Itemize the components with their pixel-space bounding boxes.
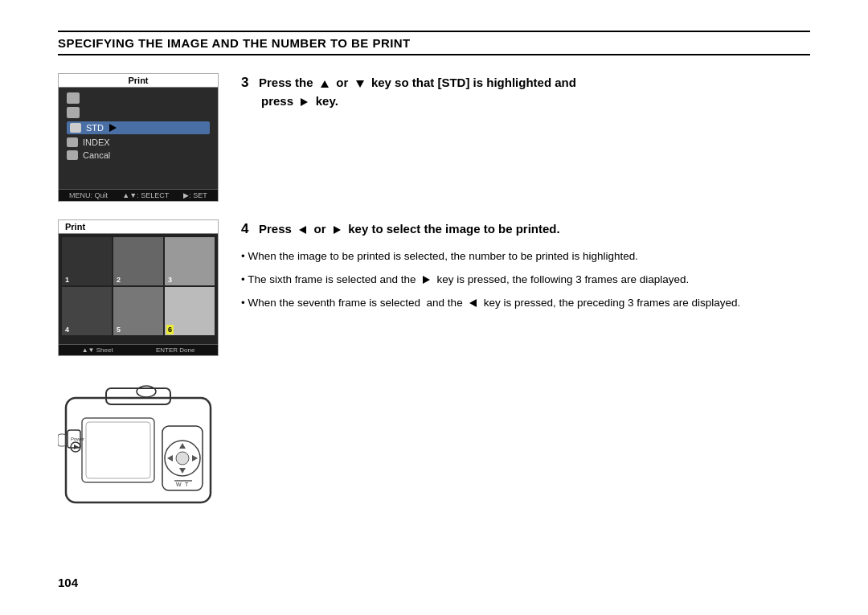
step3-num: 3 [241, 75, 248, 90]
bullet2: The sixth frame is selected and the key … [241, 272, 810, 289]
photo-num-1: 1 [63, 275, 71, 285]
svg-point-10 [176, 452, 189, 465]
bottom-enter: ENTER Done [156, 346, 194, 354]
step3-text: 3 Press the or key so that [STD] is high… [241, 73, 810, 113]
right-arrow-icon-step4 [334, 226, 341, 234]
step3-title: 3 Press the or key so that [STD] is high… [241, 73, 810, 109]
bottom-set: ▶: SET [183, 191, 207, 199]
bullet1: When the image to be printed is selected… [241, 248, 810, 265]
screen-mockup-step4: Print 1 2 3 4 5 6 [58, 219, 219, 356]
svg-marker-13 [167, 455, 173, 461]
left-arrow-icon [299, 226, 306, 234]
step3-or1: or [336, 76, 348, 89]
photo-cell-2: 2 [113, 237, 163, 285]
mag-icon [67, 107, 80, 118]
step4-or: or [314, 222, 326, 236]
menu-item-std: STD [67, 121, 210, 134]
photo-cell-3: 3 [165, 237, 215, 285]
svg-rect-0 [66, 398, 211, 502]
screen-bottom-bar-4: ▲▼ Sheet ENTER Done [59, 344, 218, 355]
section-heading: SPECIFYING THE IMAGE AND THE NUMBER TO B… [58, 31, 810, 55]
svg-marker-7 [74, 445, 79, 449]
step3-suffix: key so that [STD] is highlighted and [371, 76, 576, 89]
step3-prefix: Press the [259, 76, 313, 89]
down-arrow-icon [356, 80, 364, 88]
step3-line2: press [261, 94, 293, 108]
bullet3: When the seventh frame is selected and t… [241, 295, 810, 312]
screen-mockup-step3: Print STD INDEX [58, 73, 219, 202]
bottom-menu: MENU: Quit [69, 191, 108, 199]
step4-text: 4 Press or key to select the image to be… [241, 219, 810, 312]
svg-text:Power: Power [71, 437, 84, 441]
photo-grid: 1 2 3 4 5 6 [59, 234, 218, 338]
svg-rect-19 [58, 434, 66, 446]
photo-num-6: 6 [166, 325, 174, 334]
camera-body-diagram: Power W T [58, 374, 219, 523]
page-number: 104 [58, 576, 78, 589]
cancal-icon [67, 150, 78, 160]
left-arrow-bullet [469, 299, 477, 307]
svg-marker-14 [192, 455, 198, 461]
step4-num: 4 [241, 221, 248, 236]
section-title: SPECIFYING THE IMAGE AND THE NUMBER TO B… [58, 36, 810, 50]
cancal-label: Cancal [83, 150, 110, 160]
photo-cell-1: 1 [62, 237, 112, 285]
menu-item-mag [67, 107, 210, 118]
svg-rect-2 [82, 418, 154, 482]
screen-title-step3: Print [59, 74, 218, 88]
right-arrow-icon-step3 [301, 98, 308, 106]
menu-item-cancal: Cancal [67, 150, 210, 160]
photo-cell-4: 4 [62, 287, 112, 335]
bottom-sheet: ▲▼ Sheet [82, 346, 113, 354]
svg-rect-1 [106, 388, 170, 404]
index-icon [67, 137, 78, 147]
menu-item-house [67, 92, 210, 104]
page: SPECIFYING THE IMAGE AND THE NUMBER TO B… [0, 0, 868, 615]
index-label: INDEX [83, 137, 110, 147]
menu-item-index: INDEX [67, 137, 210, 147]
screen-title-step4: Print [59, 220, 218, 234]
svg-rect-3 [86, 422, 150, 478]
step4-suffix: key to select the image to be printed. [348, 222, 559, 236]
bottom-select: ▲▼: SELECT [122, 191, 169, 199]
photo-num-4: 4 [63, 325, 71, 334]
svg-text:T: T [185, 482, 189, 487]
camera-svg: Power W T [58, 374, 219, 523]
camera-row: Power W T [58, 374, 810, 523]
step3-row: Print STD INDEX [58, 73, 810, 202]
svg-marker-11 [179, 443, 186, 449]
house-icon [67, 92, 80, 104]
step3-line2-suffix: key. [316, 94, 338, 108]
step4-title: 4 Press or key to select the image to be… [241, 219, 810, 239]
step4-prefix: Press [259, 222, 292, 236]
right-arrow-bullet [423, 276, 430, 284]
svg-marker-12 [179, 468, 186, 474]
photo-num-3: 3 [166, 275, 174, 285]
std-icon [70, 123, 81, 133]
photo-num-5: 5 [115, 325, 122, 334]
screen-bottom-bar: MENU: Quit ▲▼: SELECT ▶: SET [59, 189, 218, 201]
up-arrow-icon [321, 80, 329, 88]
step4-row: Print 1 2 3 4 5 6 [58, 219, 810, 356]
std-label: STD [86, 123, 104, 133]
photo-num-2: 2 [115, 275, 122, 285]
photo-cell-5: 5 [113, 287, 163, 335]
photo-cell-6: 6 [165, 287, 215, 335]
menu-area: STD INDEX Cancal [59, 88, 218, 165]
std-arrow [109, 124, 117, 132]
svg-text:W: W [176, 482, 182, 487]
